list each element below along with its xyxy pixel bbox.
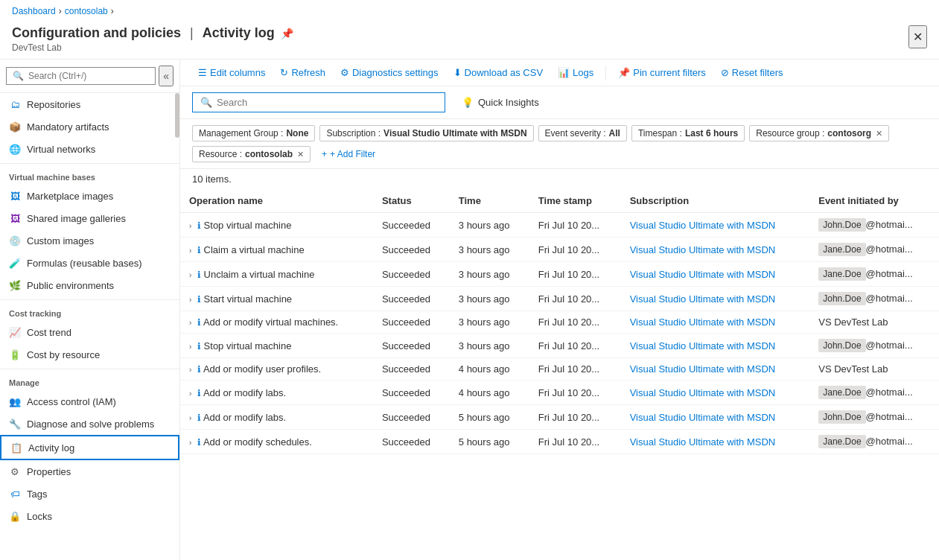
env-icon: 🌿 <box>9 279 21 291</box>
locks-icon: 🔒 <box>9 510 21 522</box>
breadcrumb-contosolab[interactable]: contosolab <box>65 6 108 16</box>
add-filter-icon: + <box>322 149 327 159</box>
expand-row-button[interactable]: › <box>189 319 191 327</box>
cell-event-initiated: Jane.Doe@hotmai... <box>809 381 939 405</box>
expand-row-button[interactable]: › <box>189 414 191 422</box>
add-filter-button[interactable]: + + Add Filter <box>315 146 382 162</box>
expand-row-button[interactable]: › <box>189 366 191 374</box>
content-search-input[interactable] <box>217 97 437 108</box>
table-row: › ℹ Add or modify labs. Succeeded 4 hour… <box>180 381 939 405</box>
info-icon: ℹ <box>197 437 201 448</box>
sidebar-item-locks[interactable]: 🔒 Locks <box>0 505 179 527</box>
sidebar-item-public-environments[interactable]: 🌿 Public environments <box>0 274 179 296</box>
info-icon: ℹ <box>197 270 201 280</box>
sidebar-item-label: Locks <box>27 511 52 522</box>
subscription-link[interactable]: Visual Studio Ultimate with MSDN <box>630 269 776 280</box>
sidebar-item-virtual-networks[interactable]: 🌐 Virtual networks <box>0 138 179 160</box>
diagnostics-icon: ⚙ <box>340 67 349 78</box>
subscription-link[interactable]: Visual Studio Ultimate with MSDN <box>630 316 776 328</box>
info-icon: ℹ <box>197 364 201 375</box>
quick-insights-button[interactable]: 💡 Quick Insights <box>454 93 547 112</box>
sidebar-item-activity-log[interactable]: 📋 Activity log <box>0 435 179 460</box>
sidebar-item-tags[interactable]: 🏷 Tags <box>0 483 179 505</box>
sidebar-item-custom-images[interactable]: 💿 Custom images <box>0 229 179 252</box>
expand-row-button[interactable]: › <box>189 246 191 255</box>
cell-timestamp: Fri Jul 10 20... <box>529 405 621 430</box>
subscription-link[interactable]: Visual Studio Ultimate with MSDN <box>630 387 776 398</box>
col-header-event-initiated: Event initiated by <box>809 189 939 213</box>
cell-status: Succeeded <box>373 213 450 238</box>
refresh-button[interactable]: ↻ Refresh <box>274 64 331 81</box>
sidebar-item-cost-trend[interactable]: 📈 Cost trend <box>0 321 179 343</box>
remove-resource-group-filter-button[interactable]: ✕ <box>876 129 882 139</box>
activity-log-table: Operation name Status Time Time stamp Su… <box>180 189 939 454</box>
subscription-link[interactable]: Visual Studio Ultimate with MSDN <box>630 340 776 351</box>
filter-pills: Management Group : None Subscription : V… <box>180 119 939 169</box>
table-container: Operation name Status Time Time stamp Su… <box>180 189 939 560</box>
col-header-status: Status <box>373 189 450 213</box>
close-button[interactable]: ✕ <box>908 25 927 48</box>
sidebar-item-marketplace-images[interactable]: 🖼 Marketplace images <box>0 185 179 207</box>
pin-icon[interactable]: 📌 <box>281 28 293 39</box>
cell-event-initiated: John.Doe@hotmai... <box>809 405 939 430</box>
remove-resource-filter-button[interactable]: ✕ <box>297 150 304 159</box>
actlog-icon: 📋 <box>10 442 22 454</box>
cell-subscription: Visual Studio Ultimate with MSDN <box>621 238 810 262</box>
expand-row-button[interactable]: › <box>189 389 191 398</box>
sidebar-item-repositories[interactable]: 🗂 Repositories <box>0 93 179 115</box>
sidebar-item-formulas[interactable]: 🧪 Formulas (reusable bases) <box>0 252 179 274</box>
sidebar: 🔍 « 🗂 Repositories 📦 Mandatory artifacts… <box>0 60 180 560</box>
sidebar-item-label: Repositories <box>27 99 80 110</box>
resource-icon: 🔋 <box>9 349 21 360</box>
subscription-link[interactable]: Visual Studio Ultimate with MSDN <box>630 436 776 448</box>
expand-row-button[interactable]: › <box>189 296 191 304</box>
cell-event-initiated: VS DevTest Lab <box>809 358 939 381</box>
breadcrumb-dashboard[interactable]: Dashboard <box>12 6 56 16</box>
subscription-link[interactable]: Visual Studio Ultimate with MSDN <box>630 220 776 231</box>
sidebar-item-mandatory-artifacts[interactable]: 📦 Mandatory artifacts <box>0 115 179 138</box>
cell-timestamp: Fri Jul 10 20... <box>529 430 621 454</box>
table-row: › ℹ Start virtual machine Succeeded 3 ho… <box>180 287 939 311</box>
expand-row-button[interactable]: › <box>189 271 191 279</box>
sidebar-item-access-control[interactable]: 👥 Access control (IAM) <box>0 390 179 413</box>
download-csv-button[interactable]: ⬇ Download as CSV <box>448 64 550 81</box>
cell-timestamp: Fri Jul 10 20... <box>529 381 621 405</box>
cell-status: Succeeded <box>373 358 450 381</box>
cell-subscription: Visual Studio Ultimate with MSDN <box>621 334 810 358</box>
cell-operation: › ℹ Add or modify schedules. <box>180 430 373 454</box>
breadcrumb: Dashboard › contosolab › <box>0 0 939 22</box>
subscription-link[interactable]: Visual Studio Ultimate with MSDN <box>630 293 776 305</box>
diagnose-icon: 🔧 <box>9 418 21 430</box>
sidebar-search-input[interactable] <box>28 71 149 81</box>
sidebar-item-properties[interactable]: ⚙ Properties <box>0 460 179 483</box>
expand-row-button[interactable]: › <box>189 222 191 230</box>
info-icon: ℹ <box>197 341 201 351</box>
pin-current-filters-button[interactable]: 📌 Pin current filters <box>612 64 712 81</box>
reset-filters-button[interactable]: ⊘ Reset filters <box>715 64 789 81</box>
subscription-link[interactable]: Visual Studio Ultimate with MSDN <box>630 244 776 255</box>
subscription-link[interactable]: Visual Studio Ultimate with MSDN <box>630 412 776 423</box>
sidebar-item-label: Marketplace images <box>27 191 113 202</box>
diagnostics-settings-button[interactable]: ⚙ Diagnostics settings <box>334 64 445 81</box>
expand-row-button[interactable]: › <box>189 439 191 447</box>
subscription-link[interactable]: Visual Studio Ultimate with MSDN <box>630 363 776 375</box>
user-badge: John.Doe <box>818 218 865 232</box>
sidebar-item-cost-by-resource[interactable]: 🔋 Cost by resource <box>0 343 179 366</box>
download-icon: ⬇ <box>453 67 462 78</box>
sidebar-search-box: 🔍 <box>6 67 156 85</box>
tags-icon: 🏷 <box>9 488 21 500</box>
cell-status: Succeeded <box>373 430 450 454</box>
cell-operation: › ℹ Start virtual machine <box>180 287 373 311</box>
expand-row-button[interactable]: › <box>189 343 191 351</box>
collapse-sidebar-button[interactable]: « <box>159 66 174 86</box>
sidebar-item-shared-image-galleries[interactable]: 🖼 Shared image galleries <box>0 207 179 229</box>
logs-button[interactable]: 📊 Logs <box>552 64 599 81</box>
edit-columns-button[interactable]: ☰ Edit columns <box>192 64 271 81</box>
sidebar-item-diagnose[interactable]: 🔧 Diagnose and solve problems <box>0 413 179 435</box>
cell-time: 3 hours ago <box>450 213 529 238</box>
repo-icon: 🗂 <box>9 98 21 110</box>
cell-time: 3 hours ago <box>450 334 529 358</box>
table-row: › ℹ Stop virtual machine Succeeded 3 hou… <box>180 213 939 238</box>
info-icon: ℹ <box>197 294 201 305</box>
sidebar-item-label: Cost by resource <box>27 349 100 360</box>
